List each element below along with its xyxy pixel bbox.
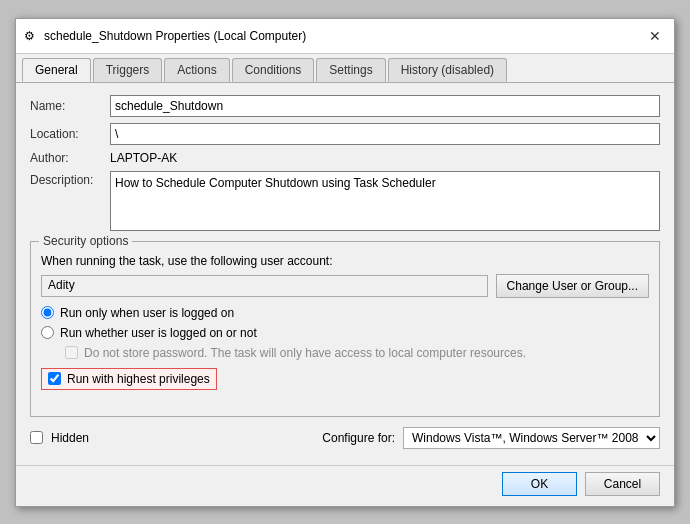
tab-settings[interactable]: Settings bbox=[316, 58, 385, 82]
run-highest-checkbox[interactable] bbox=[48, 372, 61, 385]
radio-logged-on-label: Run only when user is logged on bbox=[60, 306, 234, 320]
location-input[interactable] bbox=[110, 123, 660, 145]
security-group: Security options When running the task, … bbox=[30, 241, 660, 417]
author-label: Author: bbox=[30, 151, 110, 165]
author-row: Author: LAPTOP-AK bbox=[30, 151, 660, 165]
title-bar: ⚙ schedule_Shutdown Properties (Local Co… bbox=[16, 19, 674, 54]
radio-not-logged-on-label: Run whether user is logged on or not bbox=[60, 326, 257, 340]
close-button[interactable]: ✕ bbox=[644, 25, 666, 47]
tab-general[interactable]: General bbox=[22, 58, 91, 82]
author-value: LAPTOP-AK bbox=[110, 151, 177, 165]
tab-bar: General Triggers Actions Conditions Sett… bbox=[16, 54, 674, 83]
tab-conditions[interactable]: Conditions bbox=[232, 58, 315, 82]
no-store-row: Do not store password. The task will onl… bbox=[65, 346, 649, 360]
description-textarea[interactable]: How to Schedule Computer Shutdown using … bbox=[110, 171, 660, 231]
user-row: Adity Change User or Group... bbox=[41, 274, 649, 298]
tab-actions[interactable]: Actions bbox=[164, 58, 229, 82]
ok-button[interactable]: OK bbox=[502, 472, 577, 496]
configure-for-label: Configure for: bbox=[322, 431, 395, 445]
user-field: Adity bbox=[41, 275, 488, 297]
configure-select[interactable]: Windows Vista™, Windows Server™ 2008Wind… bbox=[403, 427, 660, 449]
security-group-title: Security options bbox=[39, 234, 132, 248]
run-highest-row: Run with highest privileges bbox=[41, 368, 217, 390]
radio-logged-on[interactable] bbox=[41, 306, 54, 319]
hidden-checkbox[interactable] bbox=[30, 431, 43, 444]
description-label: Description: bbox=[30, 171, 110, 231]
hidden-label: Hidden bbox=[51, 431, 89, 445]
run-highest-label: Run with highest privileges bbox=[67, 372, 210, 386]
description-row: Description: How to Schedule Computer Sh… bbox=[30, 171, 660, 231]
cancel-button[interactable]: Cancel bbox=[585, 472, 660, 496]
name-row: Name: bbox=[30, 95, 660, 117]
hidden-configure-row: Hidden Configure for: Windows Vista™, Wi… bbox=[30, 427, 660, 449]
run-highest-wrapper: Run with highest privileges bbox=[41, 368, 649, 400]
window-icon: ⚙ bbox=[24, 29, 38, 43]
radio-logged-on-row: Run only when user is logged on bbox=[41, 306, 649, 320]
main-window: ⚙ schedule_Shutdown Properties (Local Co… bbox=[15, 18, 675, 507]
name-input[interactable] bbox=[110, 95, 660, 117]
no-store-label: Do not store password. The task will onl… bbox=[84, 346, 526, 360]
radio-not-logged-on-row: Run whether user is logged on or not bbox=[41, 326, 649, 340]
no-store-checkbox[interactable] bbox=[65, 346, 78, 359]
tab-history[interactable]: History (disabled) bbox=[388, 58, 507, 82]
change-user-button[interactable]: Change User or Group... bbox=[496, 274, 649, 298]
radio-not-logged-on[interactable] bbox=[41, 326, 54, 339]
title-bar-left: ⚙ schedule_Shutdown Properties (Local Co… bbox=[24, 29, 306, 43]
tab-content: Name: Location: Author: LAPTOP-AK Descri… bbox=[16, 83, 674, 461]
bottom-row: OK Cancel bbox=[16, 465, 674, 506]
window-title: schedule_Shutdown Properties (Local Comp… bbox=[44, 29, 306, 43]
name-label: Name: bbox=[30, 99, 110, 113]
location-row: Location: bbox=[30, 123, 660, 145]
tab-triggers[interactable]: Triggers bbox=[93, 58, 163, 82]
location-label: Location: bbox=[30, 127, 110, 141]
user-account-label: When running the task, use the following… bbox=[41, 254, 649, 268]
